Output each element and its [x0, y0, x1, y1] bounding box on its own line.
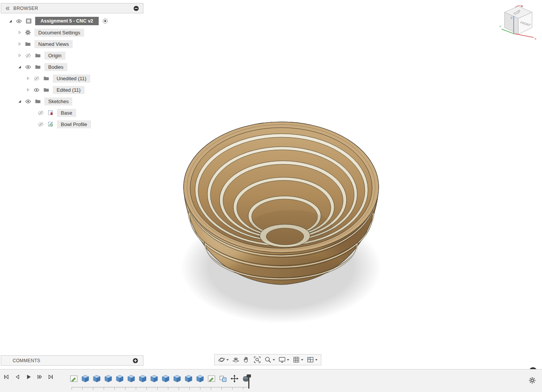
item-label: Bodies [44, 63, 67, 71]
browser-item-sketches[interactable]: Sketches [1, 96, 143, 107]
body-feature[interactable] [195, 374, 204, 383]
visibility-eye-off-icon[interactable] [37, 121, 44, 128]
visibility-eye-icon[interactable] [25, 64, 31, 70]
navigation-toolbar [214, 354, 321, 365]
body-feature[interactable] [92, 374, 101, 383]
browser-item-origin[interactable]: Origin [1, 50, 143, 61]
visibility-eye-off-icon[interactable] [25, 52, 31, 59]
go-to-beginning-button[interactable] [3, 374, 10, 380]
browser-title: BROWSER [13, 6, 130, 11]
expand-caret-icon[interactable] [18, 53, 21, 57]
play-button[interactable] [25, 374, 32, 380]
gear-icon [25, 29, 31, 36]
visibility-eye-off-icon[interactable] [33, 75, 40, 82]
axis-x-label: X [534, 37, 537, 40]
folder-icon [43, 87, 49, 93]
timeline-playback-controls [3, 374, 54, 380]
browser-item-document-settings[interactable]: Document Settings [1, 27, 143, 38]
expand-caret-icon[interactable] [8, 19, 12, 23]
browser-tree: Assignment 5 - CNC v2 Document Settings … [1, 15, 143, 130]
browser-item-bodies[interactable]: Bodies [1, 61, 143, 73]
model-canvas[interactable] [172, 113, 394, 330]
item-label: Named Views [34, 40, 73, 48]
timeline-settings-button[interactable] [529, 377, 536, 384]
minimize-panel-icon[interactable] [133, 5, 139, 11]
body-feature[interactable] [184, 374, 193, 383]
chevron-down-icon[interactable] [287, 359, 289, 361]
body-feature[interactable] [161, 374, 170, 383]
browser-item-named-views[interactable]: Named Views [1, 38, 143, 50]
sketch-icon [47, 121, 54, 127]
browser-item-unedited[interactable]: Unedited (11) [1, 73, 143, 84]
pan-hand-icon [243, 356, 250, 363]
comments-title: COMMENTS [13, 358, 132, 363]
visibility-eye-icon[interactable] [33, 87, 40, 93]
body-feature[interactable] [127, 374, 135, 383]
axis-x-line [514, 34, 534, 37]
expand-caret-icon[interactable] [26, 76, 30, 80]
add-comment-icon[interactable] [132, 358, 138, 364]
orbit-icon [218, 356, 225, 363]
sketch-feature[interactable] [207, 374, 216, 383]
step-forward-button[interactable] [36, 374, 43, 380]
item-label: Bowl Profile [57, 120, 91, 128]
browser-item-base-sketch[interactable]: Base [1, 107, 143, 118]
body-feature[interactable] [138, 374, 147, 383]
axis-z-label: Z [511, 16, 513, 19]
activate-component-radio[interactable] [102, 18, 108, 24]
component-icon [26, 18, 32, 24]
viewports-icon [307, 356, 314, 363]
body-feature[interactable] [150, 374, 158, 383]
item-label: Edited (11) [53, 86, 85, 94]
item-label: Sketches [44, 97, 72, 105]
expand-caret-icon[interactable] [18, 31, 21, 34]
chevron-down-icon[interactable] [226, 359, 229, 361]
browser-item-root[interactable]: Assignment 5 - CNC v2 [1, 15, 143, 27]
expand-caret-icon[interactable] [18, 65, 21, 69]
zoom-button[interactable] [264, 356, 275, 363]
pan-button[interactable] [243, 356, 250, 363]
browser-panel-header: BROWSER [1, 3, 143, 13]
fit-button[interactable] [254, 356, 261, 363]
visibility-eye-icon[interactable] [16, 18, 22, 24]
sketch-feature[interactable] [69, 374, 78, 383]
browser-item-edited[interactable]: Edited (11) [1, 84, 143, 96]
visibility-eye-off-icon[interactable] [37, 110, 44, 116]
browser-item-bowl-profile-sketch[interactable]: Bowl Profile [1, 118, 143, 130]
fit-icon [254, 356, 261, 363]
timeline-features [69, 374, 250, 383]
root-component-label[interactable]: Assignment 5 - CNC v2 [35, 17, 99, 25]
chevron-down-icon[interactable] [315, 359, 317, 361]
body-feature[interactable] [173, 374, 181, 383]
chevron-down-icon[interactable] [301, 359, 303, 361]
chevron-down-icon[interactable] [273, 359, 275, 361]
step-back-button[interactable] [14, 374, 21, 380]
look-at-button[interactable] [232, 356, 239, 363]
expand-caret-icon[interactable] [26, 88, 30, 92]
timeline-marker[interactable] [247, 374, 251, 389]
folder-icon [35, 64, 41, 70]
move-feature[interactable] [230, 374, 239, 383]
expand-caret-icon[interactable] [18, 42, 21, 46]
body-feature[interactable] [104, 374, 112, 383]
comments-panel-header: COMMENTS [1, 355, 143, 366]
grid-and-snaps-button[interactable] [293, 356, 303, 363]
folder-icon [35, 98, 41, 104]
orbit-button[interactable] [218, 356, 229, 363]
folder-icon [25, 41, 31, 47]
visibility-eye-icon[interactable] [25, 98, 31, 105]
view-cube[interactable]: TOP FRONT Z Y X [498, 3, 539, 43]
combine-feature[interactable] [218, 374, 227, 383]
body-feature[interactable] [81, 374, 90, 383]
collapse-panel-icon[interactable] [5, 6, 10, 11]
sketch-icon [47, 110, 54, 116]
go-to-end-button[interactable] [47, 374, 54, 380]
body-feature[interactable] [115, 374, 124, 383]
viewports-button[interactable] [307, 356, 317, 363]
expand-caret-icon[interactable] [18, 99, 21, 103]
item-label: Base [57, 109, 76, 117]
timeline-track[interactable] [72, 387, 247, 390]
display-monitor-icon [278, 356, 286, 363]
item-label: Unedited (11) [53, 75, 90, 83]
display-settings-button[interactable] [278, 356, 289, 363]
